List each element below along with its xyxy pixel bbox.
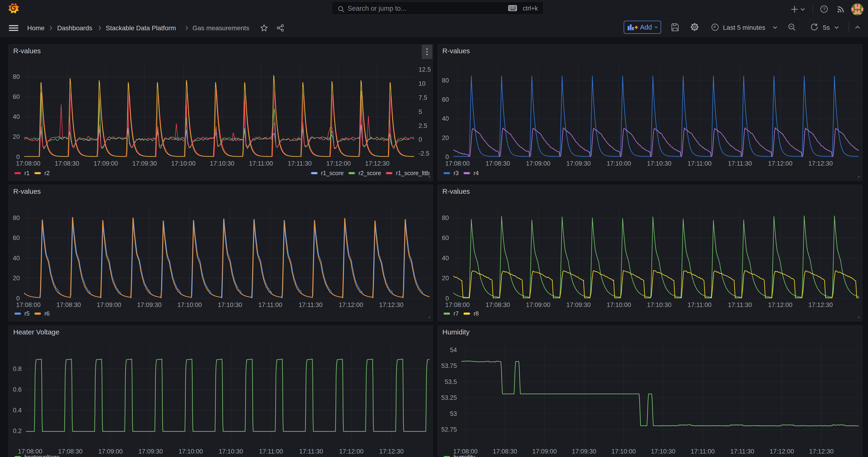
svg-text:0: 0: [16, 295, 20, 302]
svg-text:40: 40: [13, 113, 20, 120]
svg-text:17:11:00: 17:11:00: [688, 301, 712, 308]
svg-text:17:09:00: 17:09:00: [526, 160, 551, 167]
svg-text:12.5: 12.5: [418, 66, 431, 73]
svg-text:53.5: 53.5: [445, 378, 457, 385]
svg-text:17:10:00: 17:10:00: [179, 448, 203, 455]
svg-text:17:12:00: 17:12:00: [768, 160, 793, 167]
svg-text:17:08:00: 17:08:00: [445, 301, 470, 308]
svg-text:54: 54: [450, 346, 457, 353]
svg-text:17:09:30: 17:09:30: [132, 160, 157, 167]
svg-text:60: 60: [442, 96, 449, 103]
svg-text:17:12:00: 17:12:00: [327, 160, 351, 167]
svg-text:17:08:30: 17:08:30: [58, 448, 83, 455]
svg-text:5: 5: [418, 108, 422, 115]
svg-text:17:09:00: 17:09:00: [532, 448, 557, 455]
svg-text:0: 0: [445, 153, 449, 160]
svg-text:17:09:00: 17:09:00: [98, 448, 123, 455]
svg-text:17:09:00: 17:09:00: [93, 160, 118, 167]
svg-text:40: 40: [442, 255, 449, 262]
svg-text:17:10:00: 17:10:00: [177, 301, 202, 308]
svg-text:17:11:30: 17:11:30: [299, 448, 323, 455]
svg-text:17:09:30: 17:09:30: [138, 448, 163, 455]
svg-text:17:11:30: 17:11:30: [299, 301, 323, 308]
svg-text:17:11:00: 17:11:00: [259, 448, 283, 455]
svg-text:17:10:30: 17:10:30: [647, 301, 671, 308]
svg-text:80: 80: [442, 214, 449, 221]
svg-text:20: 20: [442, 275, 449, 282]
svg-text:17:09:30: 17:09:30: [137, 301, 161, 308]
svg-text:17:09:00: 17:09:00: [97, 301, 121, 308]
svg-text:17:10:30: 17:10:30: [647, 160, 671, 167]
svg-text:17:12:30: 17:12:30: [379, 301, 404, 308]
svg-text:80: 80: [13, 73, 20, 80]
svg-text:80: 80: [13, 214, 20, 221]
svg-text:17:08:30: 17:08:30: [493, 448, 517, 455]
svg-text:20: 20: [13, 133, 20, 140]
svg-text:17:10:00: 17:10:00: [611, 448, 636, 455]
svg-text:17:12:30: 17:12:30: [809, 448, 834, 455]
svg-text:17:10:00: 17:10:00: [607, 301, 631, 308]
svg-text:17:10:00: 17:10:00: [607, 160, 631, 167]
svg-text:0.6: 0.6: [13, 386, 22, 393]
svg-text:20: 20: [13, 275, 20, 282]
svg-text:17:10:30: 17:10:30: [218, 301, 242, 308]
svg-text:53: 53: [450, 410, 457, 417]
svg-text:17:10:30: 17:10:30: [210, 160, 234, 167]
svg-text:17:12:30: 17:12:30: [808, 160, 833, 167]
svg-text:17:09:30: 17:09:30: [566, 160, 591, 167]
svg-text:17:08:30: 17:08:30: [486, 160, 510, 167]
svg-text:17:08:30: 17:08:30: [57, 301, 81, 308]
svg-text:17:11:30: 17:11:30: [731, 448, 754, 455]
svg-text:0.8: 0.8: [13, 365, 22, 372]
svg-text:40: 40: [442, 115, 449, 122]
svg-text:17:11:30: 17:11:30: [288, 160, 312, 167]
svg-text:17:12:30: 17:12:30: [365, 160, 390, 167]
svg-text:53.75: 53.75: [441, 362, 457, 369]
svg-text:17:12:00: 17:12:00: [339, 448, 364, 455]
svg-text:7.5: 7.5: [418, 94, 428, 101]
svg-text:-2.5: -2.5: [418, 150, 430, 157]
svg-text:53.25: 53.25: [441, 394, 457, 401]
svg-text:17:11:00: 17:11:00: [258, 301, 282, 308]
svg-text:40: 40: [13, 255, 20, 262]
svg-text:60: 60: [13, 235, 20, 241]
svg-text:0: 0: [445, 295, 449, 302]
svg-text:17:12:00: 17:12:00: [339, 301, 363, 308]
svg-text:17:08:30: 17:08:30: [486, 301, 510, 308]
svg-text:0: 0: [16, 153, 20, 160]
svg-text:17:08:00: 17:08:00: [16, 301, 40, 308]
svg-text:80: 80: [442, 77, 449, 84]
svg-text:52.75: 52.75: [441, 426, 457, 433]
svg-text:17:10:30: 17:10:30: [219, 448, 243, 455]
svg-text:17:09:30: 17:09:30: [572, 448, 596, 455]
svg-text:2.5: 2.5: [418, 122, 428, 129]
svg-text:0.4: 0.4: [13, 406, 22, 414]
svg-text:17:08:00: 17:08:00: [445, 160, 470, 167]
svg-text:17:08:30: 17:08:30: [55, 160, 79, 167]
svg-text:60: 60: [442, 235, 449, 241]
svg-text:10: 10: [418, 80, 426, 87]
svg-text:17:12:00: 17:12:00: [768, 301, 793, 308]
svg-text:17:08:00: 17:08:00: [16, 160, 40, 167]
svg-text:17:09:30: 17:09:30: [566, 301, 591, 308]
svg-text:17:10:30: 17:10:30: [651, 448, 675, 455]
svg-text:17:11:00: 17:11:00: [249, 160, 273, 167]
svg-text:17:09:00: 17:09:00: [526, 301, 551, 308]
svg-text:20: 20: [442, 134, 449, 141]
svg-text:?: ?: [823, 6, 825, 12]
svg-text:0: 0: [418, 136, 422, 143]
svg-text:17:12:30: 17:12:30: [379, 448, 404, 455]
svg-text:17:12:00: 17:12:00: [770, 448, 794, 455]
svg-text:17:12:30: 17:12:30: [808, 301, 833, 308]
svg-text:17:11:00: 17:11:00: [688, 160, 712, 167]
svg-text:17:10:00: 17:10:00: [171, 160, 195, 167]
svg-text:17:11:30: 17:11:30: [728, 301, 752, 308]
svg-text:60: 60: [13, 93, 20, 100]
svg-text:17:11:30: 17:11:30: [728, 160, 752, 167]
svg-text:17:11:00: 17:11:00: [691, 448, 715, 455]
svg-text:0.2: 0.2: [13, 427, 22, 434]
